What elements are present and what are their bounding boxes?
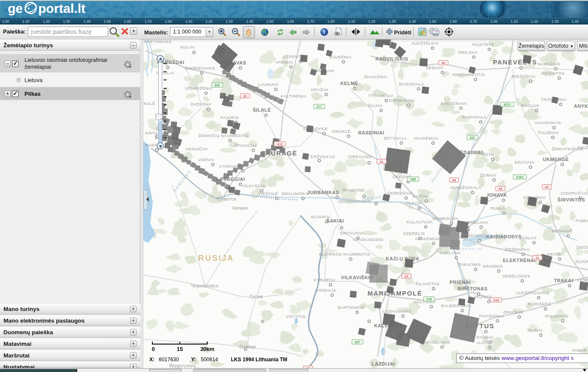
svg-text:BALBIERIŠKIS: BALBIERIŠKIS [441,303,471,308]
svg-text:ŽEIMIAI: ŽEIMIAI [480,173,496,177]
svg-text:RAUDONĖ: RAUDONĖ [342,188,364,192]
svg-text:BIRŠTONAS: BIRŠTONAS [458,286,488,291]
svg-text:VILKAVIŠKIS: VILKAVIŠKIS [341,275,373,280]
svg-text:E262: E262 [516,176,523,179]
svg-text:TRAKAI: TRAKAI [554,278,573,283]
svg-text:ŠIAULĖNAI: ŠIAULĖNAI [364,74,387,79]
svg-text:VEIVIRŽĖNAI: VEIVIRŽĖNAI [185,86,213,91]
svg-text:15: 15 [177,346,183,352]
svg-text:ŠAUKĖNAI: ŠAUKĖNAI [329,55,352,59]
svg-text:AUKŠTELKAI: AUKŠTELKAI [411,41,439,46]
svg-text:MIROSLAVAS: MIROSLAVAS [422,340,450,345]
svg-text:RASEINIAI: RASEINIAI [358,130,384,135]
svg-text:GELGAUDIŠKIS: GELGAUDIŠKIS [338,199,371,204]
svg-text:LKS 1994 Lithuania TM: LKS 1994 Lithuania TM [231,357,287,363]
svg-text:GIEDRAIČIAI: GIEDRAIČIAI [561,191,588,195]
svg-text:Черняховск: Черняховск [191,283,218,288]
svg-text:DELTUVA: DELTUVA [515,160,534,165]
svg-text:ŠILAVOTAS: ŠILAVOTAS [415,281,439,286]
svg-text:X:: X: [149,357,155,363]
svg-text:VIRBALIS: VIRBALIS [316,288,336,293]
svg-text:Неман: Неман [233,205,248,210]
svg-text:KRETINGALĖ: KRETINGALĖ [144,40,172,44]
svg-text:A6: A6 [499,187,503,190]
svg-text:VILKIJA: VILKIJA [405,201,421,205]
svg-text:AUKŠTADVARIS: AUKŠTADVARIS [516,290,549,295]
svg-text:SUBAČIUS: SUBAČIUS [538,61,561,66]
svg-text:VARNIAI: VARNIAI [276,60,293,64]
svg-text:DAUGAI: DAUGAI [476,335,493,339]
svg-text:LENTV: LENTV [577,277,588,282]
svg-text:VILKYŠKIAI: VILKYŠKIAI [242,183,266,188]
svg-text:DOMEIKAVA: DOMEIKAVA [433,216,458,221]
svg-text:KULIAI: KULIAI [180,45,194,49]
svg-text:ELEKTRĖNAI: ELEKTRĖNAI [503,258,536,263]
svg-text:ŽYGAIČIAI: ŽYGAIČIAI [234,143,256,148]
svg-text:NAUJAMIESTIS: NAUJAMIESTIS [452,72,485,77]
svg-text:E67: E67 [355,341,361,344]
svg-text:E85: E85 [215,84,220,87]
svg-text:LAUKUVA: LAUKUVA [258,82,278,87]
svg-text:ONUŠKIS: ONUŠKIS [503,310,523,314]
svg-text:PABER: PABER [576,218,588,223]
svg-text:A16: A16 [494,299,499,302]
svg-text:A2: A2 [545,186,549,189]
svg-text:DIDŽI: DIDŽI [576,245,588,250]
svg-text:EŽERĖLIS: EŽERĖLIS [403,231,425,236]
svg-text:KERNAVĖ: KERNAVĖ [552,229,573,233]
svg-text:KULAUTUVA: KULAUTUVA [407,220,433,224]
svg-text:RUKLA: RUKLA [491,206,505,210]
svg-text:EKULĖ: EKULĖ [143,101,155,106]
svg-text:SMALININKAI: SMALININKAI [281,191,309,196]
svg-text:VIEŠINTOS: VIEŠINTOS [541,71,564,76]
svg-text:PRIENAI: PRIENAI [450,280,471,285]
svg-text:BAISOGALA: BAISOGALA [399,82,424,86]
svg-text:Гусев: Гусев [250,294,263,299]
svg-text:VIEVIS: VIEVIS [546,252,561,256]
svg-text:TYTUVĖNAI: TYTUVĖNAI [368,93,393,98]
svg-text:ŽASLIAI: ŽASLIAI [520,235,536,240]
svg-text:PABAR: PABAR [572,348,587,353]
svg-text:ALOVĖ: ALOVĖ [476,340,491,345]
svg-text:GARLIAVA: GARLIAVA [439,250,461,255]
svg-text:DIDŽI: DIDŽI [578,145,588,150]
svg-text:GRIŠKABŪDIS: GRIŠKABŪDIS [353,237,383,242]
svg-text:E67: E67 [470,136,476,139]
svg-text:PAKUONIS: PAKUONIS [458,262,481,267]
svg-text:KREKENAVA: KREKENAVA [441,101,467,106]
svg-text:E77: E77 [317,105,322,108]
svg-text:ŠEREDŽIUS: ŠEREDŽIUS [388,191,413,195]
svg-text:PAJŪRIS: PAJŪRIS [221,115,239,120]
svg-text:KUDIRKOS NAUMIESTIS: KUDIRKOS NAUMIESTIS [319,252,370,256]
svg-text:JURBARKAS: JURBARKAS [307,190,339,195]
svg-text:A12: A12 [277,143,283,146]
svg-text:Советск: Советск [217,196,236,201]
svg-text:KYBARTAI: KYBARTAI [314,277,335,282]
svg-text:BABTAI: BABTAI [412,194,428,198]
svg-text:ŠILALĖ: ŠILALĖ [253,107,271,113]
svg-text:ŠVĖKŠNA: ŠVĖKŠNA [191,102,212,107]
svg-text:ERŽVILKAS: ERŽVILKAS [311,154,335,159]
svg-text:RADVILIŠKIS: RADVILIŠKIS [376,56,408,61]
svg-text:GIRKALNIS: GIRKALNIS [348,154,371,159]
svg-text:ŠIRVINTOS: ŠIRVINTOS [558,197,585,202]
svg-text:Y:: Y: [191,357,196,363]
svg-text:TAUJĖNAI: TAUJĖNAI [537,130,558,135]
svg-text:AKADEMIJA: AKADEMIJA [414,136,439,140]
svg-text:GRINKIŠKIS: GRINKIŠKIS [389,98,414,103]
svg-text:A5: A5 [405,275,409,278]
svg-text:RUSIJA: RUSIJA [198,254,234,262]
svg-text:ŠILUVA: ŠILUVA [367,103,383,108]
svg-text:ŽIEŽMARIAI: ŽIEŽMARIAI [505,247,530,252]
svg-text:A9: A9 [442,61,446,64]
svg-text:E272: E272 [504,103,511,106]
svg-text:ANYKŠČ: ANYKŠČ [574,104,588,109]
svg-text:30km: 30km [200,346,214,352]
svg-text:BARTNINKAI: BARTNINKAI [338,305,364,310]
svg-text:A1: A1 [536,256,540,259]
svg-text:JONAVA: JONAVA [486,192,507,198]
svg-text:RAMYGALA: RAMYGALA [462,115,487,119]
svg-text:ŠAKIAI: ŠAKIAI [327,218,344,223]
svg-text:A8: A8 [452,179,456,182]
svg-text:VIŠTYTIS: VIŠTYTIS [286,314,306,319]
